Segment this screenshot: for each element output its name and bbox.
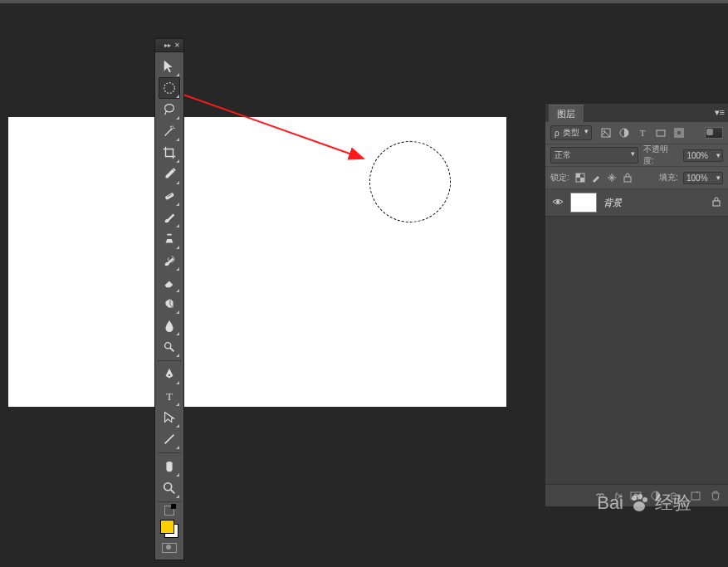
- svg-rect-16: [657, 130, 665, 136]
- eyedropper-tool[interactable]: [159, 164, 180, 185]
- crop-tool[interactable]: [159, 142, 180, 164]
- svg-text:T: T: [166, 391, 173, 403]
- lock-position-icon[interactable]: [606, 172, 618, 183]
- panel-menu-icon[interactable]: ▾≡: [715, 107, 725, 118]
- layer-list: 背景: [545, 189, 728, 484]
- svg-point-3: [171, 128, 173, 130]
- svg-rect-20: [576, 174, 580, 178]
- filter-smart-icon[interactable]: [672, 127, 686, 139]
- svg-point-10: [164, 483, 172, 491]
- gradient-tool[interactable]: [159, 293, 180, 315]
- svg-line-9: [165, 435, 174, 444]
- svg-rect-28: [691, 492, 700, 500]
- filter-pixel-icon[interactable]: [599, 127, 613, 139]
- opacity-label: 不透明度:: [643, 144, 678, 167]
- lock-transparent-icon[interactable]: [574, 172, 586, 183]
- filter-toggle[interactable]: [705, 127, 723, 139]
- visibility-icon[interactable]: [552, 196, 564, 209]
- lock-label: 锁定:: [550, 172, 569, 183]
- group-icon[interactable]: [670, 490, 682, 501]
- filter-adjust-icon[interactable]: [617, 127, 632, 139]
- layer-fx-icon[interactable]: fx: [614, 491, 622, 501]
- svg-rect-18: [677, 130, 682, 135]
- quick-mask-toggle[interactable]: [159, 541, 180, 555]
- move-tool[interactable]: [159, 56, 180, 77]
- blend-row: 正常 不透明度: 100%: [545, 144, 728, 167]
- layer-row[interactable]: 背景: [545, 189, 728, 217]
- clone-stamp-tool[interactable]: [159, 228, 180, 250]
- default-colors[interactable]: [159, 505, 180, 516]
- layers-tab[interactable]: 图层: [549, 105, 584, 122]
- svg-point-2: [164, 83, 175, 94]
- zoom-tool[interactable]: [159, 477, 180, 499]
- svg-point-6: [165, 343, 171, 349]
- svg-rect-24: [713, 201, 720, 206]
- layer-filter-row: ρ类型 T: [545, 122, 728, 144]
- svg-rect-21: [580, 178, 584, 182]
- close-icon[interactable]: ✕: [174, 42, 180, 49]
- toolbox: T: [154, 51, 184, 560]
- app-top-strip: [0, 0, 728, 3]
- layers-panel-footer: fx: [545, 484, 728, 506]
- marquee-tool[interactable]: [159, 77, 180, 99]
- filter-type-icon[interactable]: T: [635, 127, 650, 139]
- layer-name[interactable]: 背景: [603, 197, 705, 209]
- history-brush-tool[interactable]: [159, 250, 180, 271]
- pen-tool[interactable]: [159, 364, 180, 385]
- shape-tool[interactable]: [159, 428, 180, 450]
- adjustment-layer-icon[interactable]: [650, 490, 662, 501]
- hand-tool[interactable]: [159, 456, 180, 477]
- fill-input[interactable]: 100%: [683, 172, 723, 184]
- svg-rect-22: [624, 177, 631, 182]
- eraser-tool[interactable]: [159, 271, 180, 293]
- svg-rect-4: [164, 193, 174, 200]
- path-selection-tool[interactable]: [159, 407, 180, 428]
- svg-point-23: [556, 200, 559, 203]
- panel-tabs: 图层 ▾≡: [545, 104, 728, 122]
- lock-pixels-icon[interactable]: [590, 172, 602, 183]
- dodge-tool[interactable]: [159, 336, 180, 358]
- toolbox-header[interactable]: ▸▸ ✕: [154, 38, 184, 51]
- svg-text:T: T: [639, 128, 645, 138]
- svg-point-26: [634, 494, 638, 498]
- opacity-input[interactable]: 100%: [683, 149, 723, 162]
- layers-panel: « 图层 ▾≡ ρ类型 T 正常 不透明度: 100% 锁定: 填充: 100%: [545, 104, 728, 506]
- blur-tool[interactable]: [159, 315, 180, 336]
- fill-label: 填充:: [659, 172, 678, 183]
- healing-brush-tool[interactable]: [159, 185, 180, 207]
- svg-point-7: [169, 374, 170, 376]
- type-tool[interactable]: T: [159, 385, 180, 407]
- filter-kind-select[interactable]: ρ类型: [550, 125, 592, 140]
- lock-row: 锁定: 填充: 100%: [545, 167, 728, 189]
- elliptical-selection: [369, 141, 451, 222]
- color-swatches[interactable]: [159, 518, 180, 540]
- collapse-icon[interactable]: ▸▸: [164, 42, 171, 49]
- toolbox-panel: ▸▸ ✕: [154, 38, 184, 560]
- link-layers-icon[interactable]: [594, 490, 606, 501]
- filter-shape-icon[interactable]: [653, 127, 668, 139]
- layer-lock-icon: [711, 197, 721, 208]
- layer-thumbnail[interactable]: [570, 193, 597, 213]
- brush-tool[interactable]: [159, 207, 180, 228]
- layer-mask-icon[interactable]: [630, 490, 642, 501]
- svg-line-11: [171, 490, 175, 494]
- new-layer-icon[interactable]: [690, 490, 701, 501]
- blend-mode-select[interactable]: 正常: [550, 147, 638, 164]
- delete-layer-icon[interactable]: [710, 490, 721, 501]
- lock-all-icon[interactable]: [622, 172, 633, 183]
- lasso-tool[interactable]: [159, 99, 180, 120]
- foreground-color-swatch[interactable]: [160, 520, 174, 534]
- magic-wand-tool[interactable]: [159, 120, 180, 142]
